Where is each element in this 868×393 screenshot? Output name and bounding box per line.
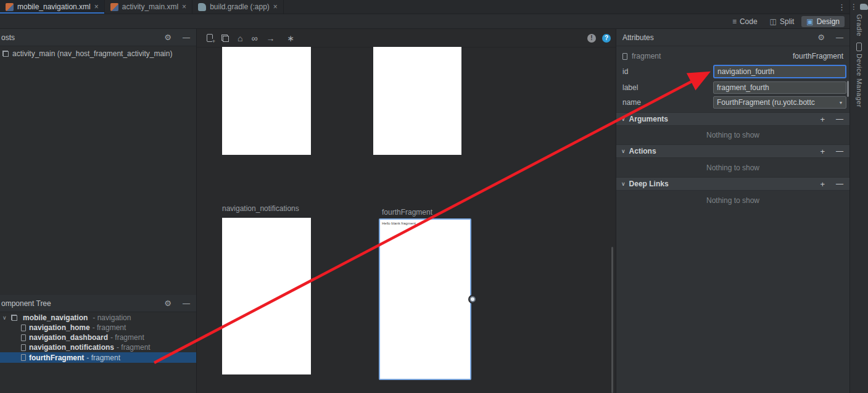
xml-file-icon (6, 3, 14, 11)
view-mode-design-button[interactable]: ▣ Design (801, 16, 845, 27)
fragment-preview-dashboard[interactable] (373, 47, 461, 155)
tree-item-mobile-navigation[interactable]: ∨ mobile_navigation - navigation (0, 313, 196, 323)
id-field-label: id (622, 67, 713, 76)
link-icon[interactable]: ∞ (251, 34, 257, 43)
tree-item-type: - fragment (110, 333, 144, 342)
gear-icon[interactable]: ⚙ (164, 299, 172, 308)
name-dropdown[interactable]: FourthFragment (ru.yotc.bottc ▼ (713, 96, 846, 109)
section-header-arguments[interactable]: ∨ Arguments + — (616, 112, 849, 126)
minimize-icon[interactable]: — (183, 33, 190, 42)
android-studio-window: { "window": { "tabs": [ { "label": "mobi… (0, 0, 868, 393)
tree-item-navigation-home[interactable]: navigation_home - fragment (0, 323, 196, 333)
tree-item-fourth-fragment[interactable]: fourthFragment - fragment (0, 352, 196, 363)
more-options-icon[interactable]: ⋮ (850, 2, 858, 11)
view-mode-code-button[interactable]: ≡ Code (727, 16, 763, 27)
component-tree: ∨ mobile_navigation - navigation navigat… (0, 313, 196, 363)
chevron-down-icon[interactable]: ∨ (2, 315, 9, 321)
host-item-activity-main[interactable]: activity_main (nav_host_fragment_activit… (2, 49, 172, 58)
tree-item-name: navigation_notifications (29, 343, 114, 352)
tree-item-navigation-dashboard[interactable]: navigation_dashboard - fragment (0, 333, 196, 342)
add-icon[interactable]: + (820, 180, 825, 189)
tab-build-gradle[interactable]: build.gradle (:app) × (192, 0, 284, 14)
more-options-icon[interactable]: ⋮ (838, 2, 849, 12)
remove-icon[interactable]: — (836, 115, 843, 123)
component-tree-header: omponent Tree ⚙ — (0, 295, 196, 312)
attributes-title: Attributes (616, 33, 654, 42)
chevron-down-icon: ∨ (621, 148, 626, 154)
auto-arrange-icon[interactable]: ∗ (287, 34, 294, 43)
component-type-label: fragment (632, 52, 661, 60)
tree-item-type: - fragment (86, 354, 120, 362)
minimize-icon[interactable]: — (183, 299, 190, 308)
split-icon: ◫ (770, 17, 777, 26)
gear-icon[interactable]: ⚙ (817, 33, 825, 42)
canvas-label-notifications[interactable]: navigation_notifications (222, 204, 299, 213)
fragment-preview-fourth-selected[interactable]: Hello blank fragment (379, 218, 471, 380)
section-header-deep-links[interactable]: ∨ Deep Links + — (616, 177, 849, 191)
connection-handle[interactable] (469, 296, 476, 302)
design-canvas[interactable]: + ⌂ ∞ → ∗ ! ? navigation_notifications f… (197, 29, 616, 393)
actions-empty-text: Nothing to show (616, 163, 849, 172)
design-icon: ▣ (806, 17, 813, 26)
tree-item-name: navigation_dashboard (29, 333, 108, 342)
label-input[interactable] (713, 81, 846, 94)
tab-mobile-navigation-xml[interactable]: mobile_navigation.xml × (0, 0, 105, 14)
arguments-empty-text: Nothing to show (616, 131, 849, 139)
add-icon[interactable]: + (820, 147, 825, 156)
close-icon[interactable]: × (273, 3, 278, 10)
remove-icon[interactable]: — (836, 180, 843, 188)
view-mode-label: Split (780, 17, 794, 26)
remove-icon[interactable]: — (836, 147, 843, 155)
tree-item-type: - fragment (93, 323, 126, 332)
gradle-icon[interactable] (860, 4, 868, 10)
device-manager-icon[interactable] (856, 43, 862, 51)
hosts-panel-header: osts ⚙ — (0, 29, 196, 46)
id-input[interactable] (713, 65, 846, 78)
warning-icon[interactable]: ! (587, 34, 596, 43)
close-icon[interactable]: × (182, 3, 186, 10)
chevron-down-icon: ∨ (621, 181, 626, 187)
right-tool-strip: ⋮ Gradle Device Manager (849, 0, 868, 393)
help-icon[interactable]: ? (602, 34, 611, 43)
chevron-down-icon: ∨ (621, 116, 626, 122)
editor-tab-bar: mobile_navigation.xml × activity_main.xm… (0, 0, 849, 14)
fragment-icon (21, 354, 26, 361)
component-name-value: fourthFragment (793, 52, 843, 60)
minimize-icon[interactable]: — (836, 33, 843, 42)
nav-graph-icon (11, 315, 17, 321)
tab-label: build.gradle (:app) (210, 2, 270, 11)
home-icon[interactable]: ⌂ (238, 34, 242, 43)
editor-mode-toolbar: ≡ Code ◫ Split ▣ Design (0, 14, 849, 29)
section-title: Deep Links (629, 180, 669, 188)
arrow-right-icon[interactable]: → (266, 34, 275, 43)
tab-activity-main-xml[interactable]: activity_main.xml × (105, 0, 192, 14)
name-field-row: name FourthFragment (ru.yotc.bottc ▼ (616, 96, 849, 109)
gradle-file-icon (198, 3, 206, 11)
tree-item-name: navigation_home (29, 323, 90, 332)
close-icon[interactable]: × (94, 3, 99, 10)
fragment-preview-home[interactable] (222, 47, 311, 155)
tree-item-type: - navigation (93, 313, 131, 322)
tree-item-name: mobile_navigation (23, 313, 88, 322)
tree-item-name: fourthFragment (29, 354, 84, 362)
code-icon: ≡ (732, 17, 737, 26)
view-mode-label: Design (817, 17, 840, 26)
gradle-tool-button[interactable]: Gradle (856, 14, 863, 36)
device-manager-tool-button[interactable]: Device Manager (856, 54, 863, 107)
label-field-row: label (616, 81, 849, 94)
attributes-scrollbar[interactable] (847, 81, 849, 97)
plus-icon: + (212, 39, 215, 44)
canvas-label-fourth-fragment[interactable]: fourthFragment (382, 208, 432, 217)
section-header-actions[interactable]: ∨ Actions + — (616, 144, 849, 158)
tree-item-navigation-notifications[interactable]: navigation_notifications - fragment (0, 342, 196, 352)
left-panel: osts ⚙ — activity_main (nav_host_fragmen… (0, 29, 197, 393)
section-title: Actions (629, 147, 656, 155)
canvas-scrollbar[interactable] (611, 247, 613, 393)
view-mode-split-button[interactable]: ◫ Split (765, 16, 800, 27)
view-mode-label: Code (740, 17, 758, 26)
fragment-preview-notifications[interactable] (222, 218, 311, 374)
new-destination-icon[interactable]: + (207, 34, 213, 42)
nested-graph-icon[interactable] (221, 35, 229, 42)
gear-icon[interactable]: ⚙ (164, 33, 172, 42)
add-icon[interactable]: + (820, 115, 825, 124)
